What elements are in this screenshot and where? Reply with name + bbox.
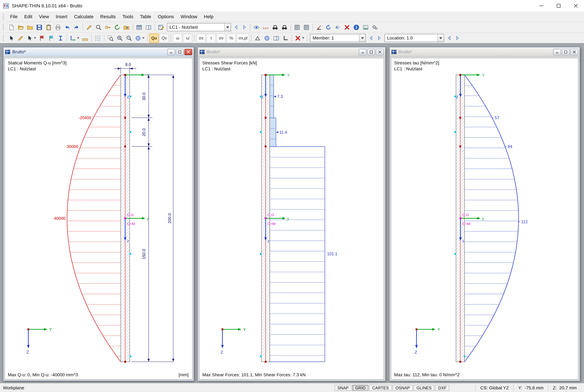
zoom-in-button[interactable] [115, 34, 124, 43]
next-load-case-button[interactable] [240, 23, 248, 31]
minimize-button[interactable] [533, 0, 550, 12]
result-values-button[interactable] [262, 34, 272, 43]
toolbar1-grip[interactable] [3, 24, 5, 30]
result-sigma-x-button[interactable]: σx [196, 34, 206, 43]
edit-load-case-button[interactable] [156, 22, 166, 32]
child3-restore-button[interactable] [562, 48, 570, 55]
menu-help[interactable]: Help [200, 13, 217, 21]
display-properties-button[interactable] [252, 22, 261, 32]
result-percent-button[interactable]: % [226, 34, 236, 43]
toggle-dxf[interactable]: DXF [435, 384, 450, 390]
solver-matrix-button[interactable] [302, 22, 311, 32]
info-button[interactable] [352, 22, 361, 32]
rotate-button[interactable] [324, 22, 333, 32]
result-tau-button[interactable]: τ [206, 34, 216, 43]
regenerate-button[interactable] [112, 22, 122, 32]
draw-button[interactable] [16, 34, 25, 43]
modify-button[interactable] [25, 34, 37, 43]
save-button[interactable] [35, 22, 44, 32]
location-combo[interactable]: Location: 1.0 [384, 34, 444, 42]
menu-grip[interactable] [3, 14, 5, 20]
load-case-caret[interactable] [224, 24, 230, 31]
toggle-snap[interactable]: SNAP [334, 384, 352, 390]
child2-minimize-button[interactable] [359, 48, 366, 55]
next-location-button[interactable] [454, 34, 462, 42]
zoom-button[interactable] [94, 22, 103, 32]
title-bar[interactable]: SHAPE-THIN 8.10.01 x64 - Brutto [0, 0, 584, 12]
child1-close-button[interactable] [184, 48, 192, 55]
child1-restore-button[interactable] [176, 48, 184, 55]
toggle-grid[interactable]: GRID [352, 384, 368, 390]
drawing-canvas[interactable]: 57 84 112 Y Z [391, 58, 578, 380]
clipboard-button[interactable] [44, 22, 53, 32]
delete-button[interactable] [342, 22, 352, 32]
child3-title-bar[interactable]: Brutto* [390, 47, 580, 56]
result-qu-button[interactable]: Qu [150, 34, 159, 43]
child2-restore-button[interactable] [367, 48, 375, 55]
set-element-button[interactable] [46, 34, 56, 43]
member-caret[interactable] [359, 34, 366, 42]
set-node-button[interactable] [37, 34, 46, 43]
tables-button[interactable] [134, 22, 144, 32]
menu-tools[interactable]: Tools [119, 13, 136, 21]
close-button[interactable] [567, 0, 584, 12]
options-button[interactable] [370, 22, 380, 32]
maximize-button[interactable] [550, 0, 567, 12]
grid-button[interactable] [93, 34, 102, 43]
menu-edit[interactable]: Edit [21, 13, 36, 21]
location-caret[interactable] [437, 34, 444, 42]
child3-minimize-button[interactable] [553, 48, 561, 55]
child2-title-bar[interactable]: Brutto* [198, 47, 385, 56]
result-sigma-xpl-button[interactable]: σx,pl [237, 34, 249, 43]
result-omega-bar-button[interactable]: ω̄ [183, 34, 192, 43]
previous-load-case-button[interactable] [232, 23, 240, 31]
printout-report-button[interactable] [144, 22, 153, 32]
license-button[interactable] [103, 22, 112, 32]
result-qv-button[interactable]: Qv [160, 34, 169, 43]
menu-options[interactable]: Options [154, 13, 177, 21]
menu-insert[interactable]: Insert [52, 13, 71, 21]
menu-results[interactable]: Results [97, 13, 119, 21]
child1-title-bar[interactable]: Brutto* [3, 47, 194, 56]
drawing-canvas[interactable]: 7.3 11.4 101.1 Y Z [199, 58, 384, 380]
select-button[interactable] [7, 34, 16, 43]
zoom-out-button[interactable] [124, 34, 134, 43]
result-sigma-v-button[interactable]: σv [216, 34, 226, 43]
clear-results-button[interactable] [294, 34, 306, 43]
previous-member-button[interactable] [367, 34, 375, 42]
snapshot-button[interactable] [361, 22, 370, 32]
menu-file[interactable]: File [7, 13, 21, 21]
toolbar2-grip[interactable] [3, 35, 5, 42]
section-button[interactable] [56, 34, 65, 43]
open-project-button[interactable] [25, 22, 35, 32]
export-button[interactable] [122, 22, 131, 32]
print-button[interactable] [53, 22, 63, 32]
menu-window[interactable]: Window [177, 13, 200, 21]
measure-angle-button[interactable] [314, 22, 324, 32]
menu-table[interactable]: Table [136, 13, 154, 21]
result-omega-button[interactable]: ω [173, 34, 182, 43]
edit-find-button[interactable] [84, 22, 94, 32]
weld-results-button[interactable] [253, 34, 262, 43]
open-button[interactable] [16, 22, 25, 32]
corner-results-button[interactable] [281, 34, 290, 43]
previous-location-button[interactable] [445, 34, 454, 42]
coordinates-button[interactable] [261, 22, 270, 32]
stiffness-matrix-button[interactable] [292, 22, 302, 32]
dimension-button[interactable] [80, 34, 90, 43]
new-file-button[interactable] [7, 22, 16, 32]
menu-calculate[interactable]: Calculate [71, 13, 97, 21]
mirror-button[interactable] [333, 22, 342, 32]
child3-close-button[interactable] [570, 48, 578, 55]
undo-button[interactable] [62, 22, 72, 32]
child1-minimize-button[interactable] [167, 48, 175, 55]
toggle-osnap[interactable]: OSNAP [392, 384, 413, 390]
view-options-button[interactable] [134, 34, 146, 43]
find-button[interactable] [270, 22, 280, 32]
member-combo[interactable]: Member: 1 [310, 34, 366, 42]
next-member-button[interactable] [375, 34, 384, 42]
toggle-glines[interactable]: GLINES [414, 384, 434, 390]
drawing-canvas[interactable]: 8.0 30.0 20.0 150.0 200.0 -20400 -30000 … [5, 58, 193, 380]
redo-button[interactable] [72, 22, 81, 32]
child2-close-button[interactable] [376, 48, 384, 55]
